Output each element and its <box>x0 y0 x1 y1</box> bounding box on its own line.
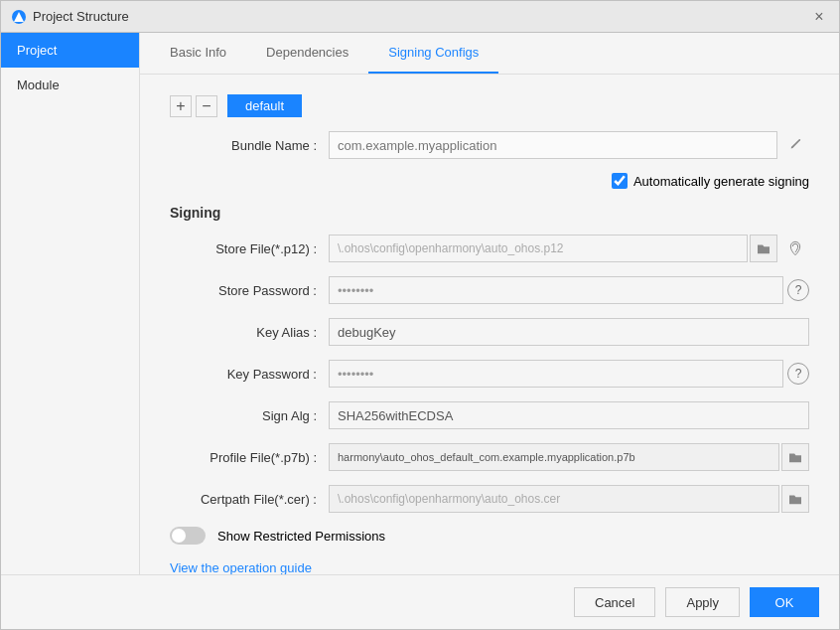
bundle-name-label: Bundle Name : <box>170 138 329 153</box>
auto-sign-container: Automatically generate signing <box>612 173 809 189</box>
key-password-input[interactable] <box>329 360 783 388</box>
bundle-name-input[interactable] <box>329 131 777 159</box>
sign-alg-row: Sign Alg : <box>170 401 809 429</box>
tab-dependencies[interactable]: Dependencies <box>246 33 368 74</box>
signing-section: Signing Store File(*.p12) : <box>170 205 809 513</box>
dialog-title: Project Structure <box>33 9 809 24</box>
app-icon <box>11 9 27 25</box>
bundle-name-row: Bundle Name : <box>170 131 809 159</box>
bundle-name-field <box>329 131 809 159</box>
auto-sign-label: Automatically generate signing <box>633 174 809 189</box>
key-password-field: ? <box>329 360 809 388</box>
key-password-label: Key Password : <box>170 367 329 382</box>
sidebar-item-module[interactable]: Module <box>1 68 139 102</box>
signing-title: Signing <box>170 205 809 221</box>
footer: Cancel Apply OK <box>1 574 839 629</box>
certpath-file-input[interactable] <box>329 485 779 513</box>
store-password-row: Store Password : ? <box>170 276 809 304</box>
apply-button[interactable]: Apply <box>665 587 740 617</box>
ok-button[interactable]: OK <box>750 587 819 617</box>
auto-sign-row: Automatically generate signing <box>170 173 809 189</box>
tab-basic-info[interactable]: Basic Info <box>150 33 246 74</box>
auto-sign-checkbox[interactable] <box>612 173 628 189</box>
title-bar: Project Structure × <box>1 1 839 33</box>
key-alias-label: Key Alias : <box>170 325 329 340</box>
fingerprint-icon[interactable] <box>781 235 809 262</box>
profile-file-input[interactable] <box>329 443 779 471</box>
store-file-label: Store File(*.p12) : <box>170 241 329 256</box>
remove-config-button[interactable]: − <box>196 95 217 117</box>
close-button[interactable]: × <box>809 7 829 27</box>
key-alias-input[interactable] <box>329 318 809 346</box>
profile-file-row: Profile File(*.p7b) : <box>170 443 809 471</box>
panel-content: + − default Bundle Name : <box>140 75 839 574</box>
operation-guide-link[interactable]: View the operation guide <box>170 560 809 574</box>
store-password-field: ? <box>329 276 809 304</box>
certpath-file-field <box>329 485 809 513</box>
restricted-permissions-label: Show Restricted Permissions <box>217 529 385 544</box>
sign-alg-label: Sign Alg : <box>170 408 329 423</box>
certpath-file-browse-button[interactable] <box>781 485 809 513</box>
content-area: Project Module Basic Info Dependencies S… <box>1 33 839 574</box>
default-config-item[interactable]: default <box>227 94 302 117</box>
tabs: Basic Info Dependencies Signing Configs <box>140 33 839 75</box>
sign-alg-input[interactable] <box>329 401 809 429</box>
restricted-permissions-toggle[interactable] <box>170 527 206 545</box>
sign-alg-field <box>329 401 809 429</box>
add-config-button[interactable]: + <box>170 95 192 117</box>
sidebar-item-project[interactable]: Project <box>1 33 139 68</box>
key-alias-row: Key Alias : <box>170 318 809 346</box>
edit-bundle-icon[interactable] <box>781 131 809 159</box>
cancel-button[interactable]: Cancel <box>574 587 655 617</box>
store-file-row: Store File(*.p12) : <box>170 235 809 262</box>
store-password-label: Store Password : <box>170 283 329 298</box>
key-alias-field <box>329 318 809 346</box>
certpath-file-label: Certpath File(*.cer) : <box>170 492 329 507</box>
store-file-field <box>329 235 809 262</box>
store-password-input[interactable] <box>329 276 783 304</box>
profile-file-browse-button[interactable] <box>781 443 809 471</box>
profile-file-label: Profile File(*.p7b) : <box>170 450 329 465</box>
dialog: Project Structure × Project Module Basic… <box>0 0 840 630</box>
main-panel: Basic Info Dependencies Signing Configs … <box>140 33 839 574</box>
certpath-file-row: Certpath File(*.cer) : <box>170 485 809 513</box>
sidebar: Project Module <box>1 33 140 574</box>
store-file-input[interactable] <box>329 235 748 262</box>
key-password-help-icon[interactable]: ? <box>787 363 809 385</box>
tab-signing-configs[interactable]: Signing Configs <box>368 33 498 74</box>
profile-file-field <box>329 443 809 471</box>
restricted-permissions-row: Show Restricted Permissions <box>170 527 809 545</box>
store-password-help-icon[interactable]: ? <box>787 279 809 301</box>
key-password-row: Key Password : ? <box>170 360 809 388</box>
store-file-browse-button[interactable] <box>750 235 777 262</box>
